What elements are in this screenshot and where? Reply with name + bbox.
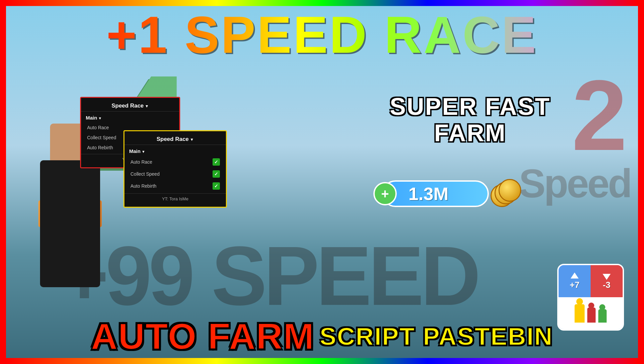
bg-number-2: 2 (572, 70, 627, 160)
game-icon-top-left: +7 (559, 265, 591, 297)
auto-farm-text: AUTO FARM (91, 315, 315, 357)
panel-yellow-item-1-label: Auto Race (130, 159, 152, 165)
panel-yellow-item-3-label: Auto Rebirth (130, 183, 156, 189)
checkbox-auto-rebirth[interactable]: ✓ (213, 182, 220, 190)
game-icon-top-right: -3 (591, 265, 623, 297)
panel-red-title: Speed Race (81, 101, 179, 112)
plus-circle-icon[interactable]: + (373, 182, 397, 205)
panel-yellow-item-1[interactable]: Auto Race ✓ (124, 156, 226, 168)
panel-yellow-footer: YT: Tora IsMe (124, 193, 226, 204)
main-container: 4 2 Speed +99 SPEED +1 SPEED RACE Speed … (0, 0, 644, 364)
main-title-text: +1 SPEED RACE (106, 7, 538, 64)
coin-bar: + 1.3M (382, 180, 527, 207)
coin-stack-graphic (491, 180, 527, 207)
arrow-up-icon (571, 272, 579, 279)
panel-red-section[interactable]: Main (81, 113, 179, 123)
panel-yellow-item-2-label: Collect Speed (130, 171, 159, 177)
super-fast-farm-area: SUPER FAST FARM (390, 94, 551, 146)
icon-minus-3-text: -3 (603, 280, 610, 290)
panel-yellow-item-2[interactable]: Collect Speed ✓ (124, 168, 226, 180)
panel-yellow-section[interactable]: Main (124, 146, 226, 156)
bottom-text-area: AUTO FARM SCRIPT PASTEBIN (0, 315, 644, 357)
top-right-content: -3 (603, 272, 611, 290)
checkbox-collect-speed[interactable]: ✓ (213, 170, 220, 178)
bg-speed-text: Speed (519, 160, 631, 206)
script-pastebin-text: SCRIPT PASTEBIN (320, 322, 553, 351)
main-title-area: +1 SPEED RACE (0, 7, 644, 64)
icon-plus-7-text: +7 (570, 280, 580, 290)
checkbox-auto-race[interactable]: ✓ (213, 158, 220, 166)
char-body (40, 160, 100, 287)
super-fast-text-line1: SUPER FAST (390, 94, 551, 120)
panel-yellow-title: Speed Race (124, 134, 226, 145)
top-left-content: +7 (570, 272, 580, 290)
panel-yellow[interactable]: Speed Race Main Auto Race ✓ Collect Spee… (123, 130, 227, 208)
coin-bar-background: + 1.3M (382, 180, 489, 207)
panel-yellow-item-3[interactable]: Auto Rebirth ✓ (124, 180, 226, 192)
coin-amount-text: 1.3M (408, 183, 448, 204)
coin-disc-3 (499, 179, 521, 202)
super-fast-text-line2: FARM (390, 120, 551, 146)
plus-symbol: + (381, 186, 389, 201)
arrow-down-icon (603, 274, 611, 280)
